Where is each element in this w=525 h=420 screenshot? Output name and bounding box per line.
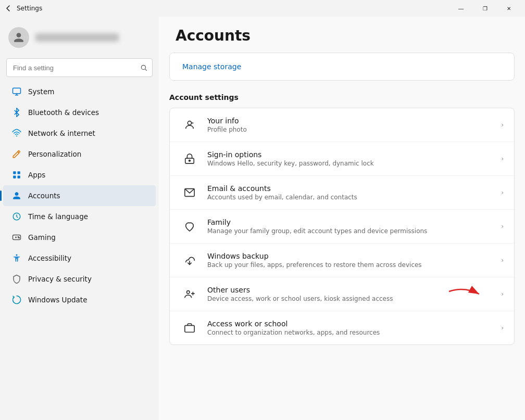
close-button[interactable]: ✕	[497, 0, 521, 17]
settings-item-access-work[interactable]: Access work or school Connect to organiz…	[170, 311, 514, 345]
settings-item-family[interactable]: Family Manage your family group, edit ac…	[170, 210, 514, 244]
access-work-chevron: ›	[501, 324, 504, 332]
network-icon	[11, 128, 22, 138]
backup-title: Windows backup	[207, 252, 501, 260]
user-profile[interactable]	[0, 21, 159, 56]
search-input[interactable]	[6, 58, 153, 77]
apps-icon	[11, 170, 22, 180]
manage-storage-link[interactable]: Manage storage	[182, 62, 241, 71]
apps-label: Apps	[28, 171, 45, 179]
signin-text: Sign-in options Windows Hello, security …	[207, 150, 501, 167]
settings-item-email[interactable]: Email & accounts Accounts used by email,…	[170, 176, 514, 210]
time-icon	[11, 211, 22, 222]
family-desc: Manage your family group, edit account t…	[207, 227, 501, 235]
your-info-title: Your info	[207, 117, 501, 125]
family-chevron: ›	[501, 223, 504, 230]
svg-point-15	[19, 237, 20, 238]
svg-point-17	[188, 121, 191, 125]
your-info-chevron: ›	[501, 121, 504, 129]
content-area: Accounts Manage storage Account settings…	[159, 17, 525, 420]
svg-point-20	[189, 160, 191, 161]
your-info-text: Your info Profile photo	[207, 117, 501, 133]
manage-storage-banner[interactable]: Manage storage	[169, 53, 515, 81]
accounts-icon	[11, 190, 22, 201]
settings-item-signin[interactable]: Sign-in options Windows Hello, security …	[170, 142, 514, 176]
sidebar: System Bluetooth & devices Network & int…	[0, 17, 159, 420]
main-layout: System Bluetooth & devices Network & int…	[0, 17, 525, 420]
email-icon	[180, 183, 199, 202]
nav-item-apps[interactable]: Apps	[3, 164, 156, 185]
settings-item-backup[interactable]: Windows backup Back up your files, apps,…	[170, 244, 514, 277]
update-label: Windows Update	[28, 296, 87, 304]
access-work-desc: Connect to organization networks, apps, …	[207, 329, 501, 336]
app-title: Settings	[17, 5, 42, 12]
settings-list: Your info Profile photo › Sign-in option…	[169, 108, 515, 345]
backup-icon	[180, 251, 199, 270]
svg-rect-7	[18, 171, 20, 174]
svg-point-23	[187, 291, 190, 294]
maximize-button[interactable]: ❐	[473, 0, 497, 17]
avatar	[8, 27, 29, 48]
access-work-text: Access work or school Connect to organiz…	[207, 320, 501, 336]
signin-title: Sign-in options	[207, 150, 501, 159]
access-work-icon	[180, 319, 199, 337]
accounts-label: Accounts	[28, 192, 60, 200]
system-label: System	[28, 87, 54, 96]
search-box	[6, 58, 153, 77]
svg-point-5	[16, 135, 17, 136]
page-title: Accounts	[176, 27, 508, 44]
backup-desc: Back up your files, apps, preferences to…	[207, 261, 501, 269]
other-users-chevron: ›	[501, 290, 504, 298]
nav-item-privacy[interactable]: Privacy & security	[3, 269, 156, 289]
bluetooth-icon	[11, 107, 22, 118]
red-arrow-annotation	[444, 284, 485, 304]
gaming-label: Gaming	[28, 233, 56, 241]
your-info-desc: Profile photo	[207, 126, 501, 133]
nav-item-accessibility[interactable]: Accessibility	[3, 248, 156, 269]
nav-item-accounts[interactable]: Accounts	[3, 185, 156, 206]
network-label: Network & internet	[28, 129, 95, 137]
email-chevron: ›	[501, 189, 504, 196]
minimize-button[interactable]: —	[449, 0, 473, 17]
svg-rect-8	[13, 176, 16, 179]
svg-rect-2	[13, 88, 21, 94]
nav-item-personalization[interactable]: Personalization	[3, 144, 156, 164]
section-title: Account settings	[159, 89, 525, 108]
family-text: Family Manage your family group, edit ac…	[207, 218, 501, 235]
backup-text: Windows backup Back up your files, apps,…	[207, 252, 501, 269]
svg-point-16	[16, 254, 18, 256]
nav-item-gaming[interactable]: Gaming	[3, 227, 156, 248]
svg-rect-6	[13, 171, 16, 174]
system-icon	[11, 86, 22, 97]
avatar-person-icon	[13, 32, 24, 43]
email-text: Email & accounts Accounts used by email,…	[207, 184, 501, 201]
settings-item-your-info[interactable]: Your info Profile photo ›	[170, 108, 514, 142]
nav-item-network[interactable]: Network & internet	[3, 123, 156, 144]
svg-rect-25	[185, 325, 194, 332]
time-label: Time & language	[28, 212, 88, 221]
email-title: Email & accounts	[207, 184, 501, 193]
back-icon[interactable]	[4, 4, 12, 12]
signin-desc: Windows Hello, security key, password, d…	[207, 160, 501, 167]
titlebar: Settings — ❐ ✕	[0, 0, 525, 17]
nav-item-update[interactable]: Windows Update	[3, 289, 156, 310]
nav-item-time[interactable]: Time & language	[3, 206, 156, 227]
search-icon	[140, 64, 147, 71]
nav-item-system[interactable]: System	[3, 81, 156, 102]
gaming-icon	[11, 232, 22, 243]
family-icon	[180, 217, 199, 236]
accessibility-label: Accessibility	[28, 254, 71, 262]
privacy-label: Privacy & security	[28, 275, 92, 283]
other-users-icon	[180, 285, 199, 303]
svg-line-1	[145, 69, 147, 71]
nav-item-bluetooth[interactable]: Bluetooth & devices	[3, 102, 156, 123]
accessibility-icon	[11, 253, 22, 263]
signin-icon	[180, 149, 199, 168]
privacy-icon	[11, 274, 22, 284]
bluetooth-label: Bluetooth & devices	[28, 108, 99, 117]
update-icon	[11, 295, 22, 305]
user-name-blurred	[35, 33, 119, 42]
content-header: Accounts	[159, 17, 525, 53]
titlebar-left: Settings	[4, 4, 42, 12]
settings-item-other-users[interactable]: Other users Device access, work or schoo…	[170, 277, 514, 311]
